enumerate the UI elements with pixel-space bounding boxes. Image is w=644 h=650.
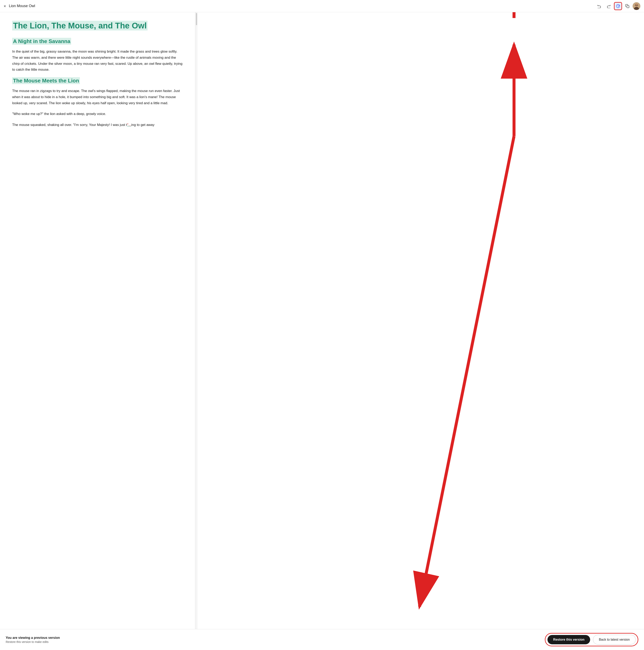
bottom-actions: Restore this version Back to latest vers…: [545, 633, 638, 646]
app-header: × Lion Mouse Owl: [0, 0, 644, 12]
svg-point-5: [635, 4, 638, 6]
version-info: You are viewing a previous version Resto…: [6, 636, 60, 644]
document-title: Lion Mouse Owl: [9, 4, 35, 8]
restore-hint: Restore this version to make edits: [6, 640, 60, 644]
scrollbar[interactable]: [195, 12, 198, 629]
restore-version-button[interactable]: Restore this version: [547, 635, 590, 644]
para3-strikethrough: "...: [127, 123, 131, 127]
section2-para2: "Who woke me up?" the lion asked with a …: [12, 111, 183, 117]
bottom-bar: You are viewing a previous version Resto…: [0, 629, 644, 650]
document-heading: The Lion, The Mouse, and The Owl: [12, 21, 147, 31]
section1-heading-block: A Night in the Savanna: [12, 38, 183, 44]
redo-button[interactable]: [605, 2, 613, 10]
svg-rect-1: [627, 5, 629, 8]
document-heading-block: The Lion, The Mouse, and The Owl: [12, 20, 183, 31]
para3-prefix: The mouse squeaked, shaking all over. "I…: [12, 123, 127, 127]
main-content-area: The Lion, The Mouse, and The Owl A Night…: [0, 12, 644, 629]
section1-heading: A Night in the Savanna: [12, 38, 71, 45]
avatar[interactable]: [633, 2, 640, 10]
back-to-latest-button[interactable]: Back to latest version: [593, 635, 636, 645]
document-content: The Lion, The Mouse, and The Owl A Night…: [0, 12, 195, 629]
section2-heading-block: The Mouse Meets the Lion: [12, 78, 183, 84]
section2-para3: The mouse squeaked, shaking all over. "I…: [12, 122, 183, 128]
scrollbar-thumb[interactable]: [196, 13, 197, 25]
section2-heading: The Mouse Meets the Lion: [12, 77, 80, 84]
version-history-button[interactable]: [614, 2, 622, 10]
section1-body: In the quiet of the big, grassy savanna,…: [12, 48, 183, 73]
undo-button[interactable]: [595, 2, 603, 10]
header-right: [595, 2, 640, 10]
section2-para1: The mouse ran in zigzags to try and esca…: [12, 88, 183, 106]
duplicate-button[interactable]: [623, 2, 632, 10]
header-left: × Lion Mouse Owl: [4, 4, 35, 8]
para3-suffix: ing to get away: [131, 123, 155, 127]
viewing-label: You are viewing a previous version: [6, 636, 60, 640]
close-button[interactable]: ×: [4, 4, 6, 8]
